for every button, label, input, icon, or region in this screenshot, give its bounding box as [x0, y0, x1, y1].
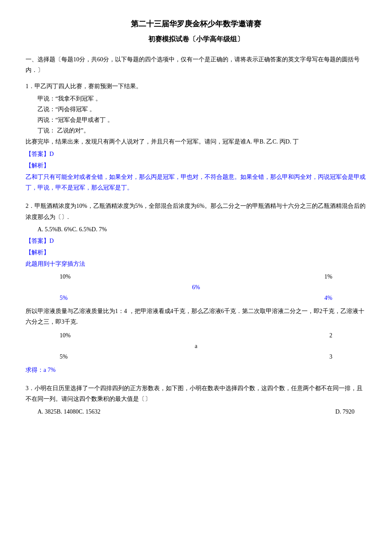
- page-title: 第二十三届华罗庚金杯少年数学邀请赛: [26, 17, 366, 31]
- q1-result: 比赛完毕，结果出来，发现只有两个人说对了，并且只有一个冠军。请问，冠军是谁A. …: [26, 136, 366, 147]
- question-3: 3．小明在日历里选择了一个四排四列的正方形数表，如下图，小明在数表中选择四个数，…: [26, 383, 366, 417]
- q1-jia: 甲说：“我拿不到冠军 。: [26, 93, 366, 104]
- q3-options: A. 3825B. 14080C. 15632 D. 7920: [26, 406, 366, 417]
- q2-text2: 所以甲溶液质量与乙溶液质量比为1：4 ，把甲溶液看成4千克，那么乙溶液6千克．第…: [26, 306, 366, 327]
- q2-options: A. 5.5%B. 6%C. 6.5%D. 7%: [26, 224, 366, 235]
- q2-analysis-label: 【解析】: [26, 247, 366, 258]
- q2-result: 求得：a 7%: [26, 365, 366, 375]
- cross-diagram-1: 10% 1% 6% 5% 4%: [26, 271, 366, 304]
- q1-bing: 丙说：“冠军会是甲或者丁 。: [26, 115, 366, 125]
- q2-text: 2．甲瓶酒精浓度为10%，乙瓶酒精浓度为5%，全部混合后浓度为6%。那么二分之一…: [26, 201, 366, 222]
- q1-analysis: 乙和丁只有可能全对或者全错，如果全对，那么丙是冠军，甲也对，不符合题意。如果全错…: [26, 172, 366, 193]
- cross-diagram-2: 10% 2 a 5% 3: [26, 330, 366, 362]
- q2-answer: 【答案】D: [26, 236, 366, 246]
- page-subtitle: 初赛模拟试卷〔小学高年级组〕: [26, 33, 366, 46]
- q1-answer-label: 【答案】D: [26, 149, 366, 159]
- section1-header: 一、选择题〔每题10分，共60分，以下每题的四个选项中，仅有一个是正确的，请将表…: [26, 54, 366, 75]
- q2-analysis-line: 此题用到十字穿插方法: [26, 259, 366, 269]
- q3-text: 3．小明在日历里选择了一个四排四列的正方形数表，如下图，小明在数表中选择四个数，…: [26, 383, 366, 404]
- q1-yi: 乙说：“丙会得冠军 。: [26, 104, 366, 115]
- question-1: 1．甲乙丙丁四人比赛，赛前预测一下结果。 甲说：“我拿不到冠军 。 乙说：“丙会…: [26, 81, 366, 193]
- q1-ding: 丁说： 乙说的对”。: [26, 125, 366, 136]
- q1-analysis-label: 【解析】: [26, 160, 366, 171]
- question-2: 2．甲瓶酒精浓度为10%，乙瓶酒精浓度为5%，全部混合后浓度为6%。那么二分之一…: [26, 201, 366, 375]
- q1-text: 1．甲乙丙丁四人比赛，赛前预测一下结果。: [26, 81, 366, 92]
